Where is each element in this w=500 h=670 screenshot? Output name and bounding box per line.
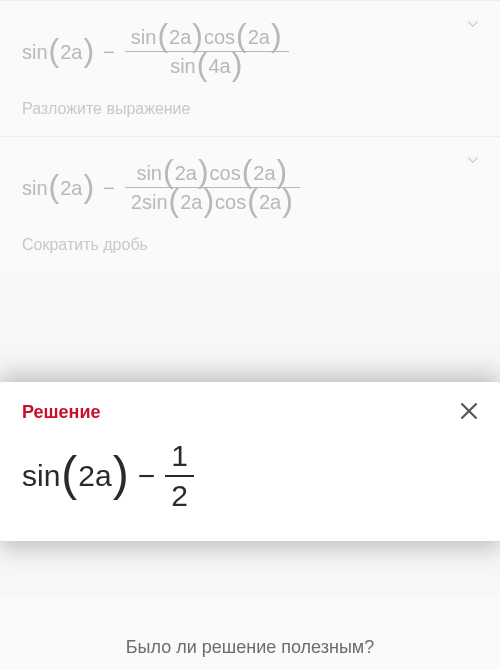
solution-title: Решение <box>22 402 478 423</box>
step-2-label: Сократить дробь <box>22 236 478 254</box>
chevron-down-icon[interactable] <box>464 15 482 33</box>
close-icon[interactable] <box>456 398 482 424</box>
solution-formula: sin ( 2a ) − 1 2 <box>22 437 478 515</box>
fraction: sin ( 2a ) cos ( 2a ) sin ( 4a ) <box>125 23 289 80</box>
minus: − <box>95 42 123 62</box>
paren-open: ( <box>48 41 61 60</box>
step-1: sin ( 2a ) − sin ( 2a ) cos ( 2a ) sin (… <box>0 0 500 136</box>
step-2: sin ( 2a ) − sin ( 2a ) cos ( 2a ) 2 sin… <box>0 136 500 272</box>
denominator: sin ( 4a ) <box>164 52 249 80</box>
step-1-formula: sin ( 2a ) − sin ( 2a ) cos ( 2a ) sin (… <box>22 23 478 80</box>
chevron-down-icon[interactable] <box>464 151 482 169</box>
fn: sin <box>22 42 48 62</box>
arg: 2a <box>60 42 82 62</box>
paren-close: ) <box>82 41 95 60</box>
step-2-formula: sin ( 2a ) − sin ( 2a ) cos ( 2a ) 2 sin… <box>22 159 478 216</box>
fraction: sin ( 2a ) cos ( 2a ) 2 sin ( 2a ) cos (… <box>125 159 300 216</box>
fraction: 1 2 <box>165 437 194 515</box>
solution-panel: Решение sin ( 2a ) − 1 2 <box>0 382 500 541</box>
step-1-label: Разложите выражение <box>22 100 478 118</box>
helpful-prompt: Было ли решение полезным? <box>0 595 500 670</box>
